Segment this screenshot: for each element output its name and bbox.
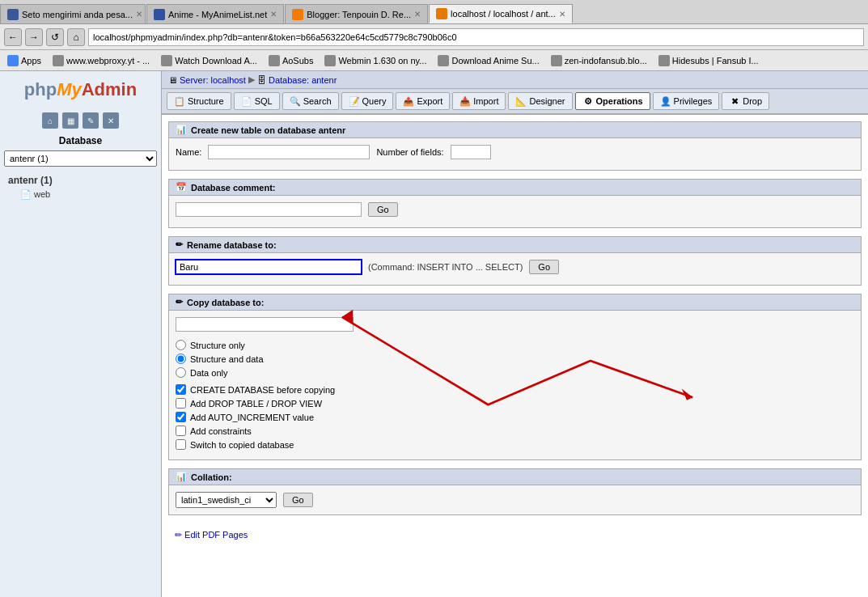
breadcrumb-sep1: ▶ bbox=[248, 74, 255, 85]
tab-2[interactable]: Anime - MyAnimeList.net ✕ bbox=[146, 4, 284, 23]
sidebar-icon-sql[interactable]: ✎ bbox=[83, 112, 99, 129]
address-bar[interactable] bbox=[88, 28, 864, 46]
tab-designer-label: Designer bbox=[529, 96, 565, 106]
tab-1[interactable]: Seto mengirimi anda pesa... ✕ bbox=[0, 4, 146, 23]
tab-sql[interactable]: 📄 SQL bbox=[234, 92, 280, 110]
page-content: 📊 Create new table on database antenr Na… bbox=[162, 115, 868, 553]
check-constraints-input[interactable] bbox=[176, 426, 186, 436]
bookmark-apps[interactable]: Apps bbox=[4, 54, 44, 67]
sidebar-icon-home[interactable]: ⌂ bbox=[42, 112, 58, 129]
tab-query[interactable]: 📝 Query bbox=[341, 92, 394, 110]
home-button[interactable]: ⌂ bbox=[67, 28, 85, 46]
bookmark-2-label: www.webproxy.yt - ... bbox=[66, 56, 150, 66]
check-drop-table[interactable]: Add DROP TABLE / DROP VIEW bbox=[176, 398, 854, 409]
sidebar-icon-db[interactable]: ▦ bbox=[62, 112, 78, 129]
copy-input[interactable] bbox=[176, 317, 354, 332]
rename-go-btn[interactable]: Go bbox=[529, 260, 559, 274]
bookmark-7[interactable]: zen-indofansub.blo... bbox=[548, 54, 650, 67]
rename-form-row: (Command: INSERT INTO ... SELECT) Go bbox=[176, 260, 854, 274]
bookmark-8-label: Hidesubs | Fansub I... bbox=[672, 56, 759, 66]
breadcrumb-db-link[interactable]: Database: antenr bbox=[269, 75, 337, 85]
check-auto-increment[interactable]: Add AUTO_INCREMENT value bbox=[176, 412, 854, 422]
bookmark-5[interactable]: Webmin 1.630 on ny... bbox=[321, 54, 430, 67]
bookmark-2-icon bbox=[53, 55, 64, 66]
radio-structure-data-label: Structure and data bbox=[190, 354, 264, 364]
tab-operations[interactable]: ⚙ Operations bbox=[575, 92, 650, 110]
tab-structure-icon: 📋 bbox=[174, 95, 185, 107]
tab-drop[interactable]: ✖ Drop bbox=[722, 92, 769, 110]
edit-pdf-link[interactable]: ✏ Edit PDF Pages bbox=[175, 530, 248, 540]
rename-input[interactable] bbox=[176, 260, 362, 274]
bookmark-3[interactable]: Watch Download A... bbox=[158, 54, 260, 67]
pma-tab-bar: 📋 Structure 📄 SQL 🔍 Search 📝 Query 📤 bbox=[162, 89, 868, 115]
tab-import[interactable]: 📥 Import bbox=[452, 92, 506, 110]
bookmark-7-label: zen-indofansub.blo... bbox=[565, 56, 647, 66]
db-comment-go-btn[interactable]: Go bbox=[368, 202, 398, 217]
tab-close-2[interactable]: ✕ bbox=[270, 10, 277, 19]
tab-close-4[interactable]: ✕ bbox=[559, 10, 565, 19]
radio-structure-data[interactable]: Structure and data bbox=[176, 354, 854, 364]
radio-structure-only[interactable]: Structure only bbox=[176, 340, 854, 350]
table-name-input[interactable] bbox=[208, 145, 370, 159]
breadcrumb-db-icon: 🗄 bbox=[257, 75, 266, 85]
tab-designer-icon: 📐 bbox=[515, 95, 527, 107]
create-table-form-row: Name: Number of fields: bbox=[176, 145, 854, 159]
radio-data-only-input[interactable] bbox=[176, 367, 186, 378]
bookmark-8[interactable]: Hidesubs | Fansub I... bbox=[655, 54, 762, 67]
reload-button[interactable]: ↺ bbox=[46, 28, 64, 46]
db-dropdown[interactable]: antenr (1) bbox=[4, 150, 157, 167]
sidebar-icon-exit[interactable]: ✕ bbox=[103, 112, 119, 129]
tab-structure[interactable]: 📋 Structure bbox=[167, 92, 231, 110]
sidebar: phpMyAdmin ⌂ ▦ ✎ ✕ Database antenr (1) a… bbox=[0, 71, 162, 597]
back-button[interactable]: ← bbox=[4, 28, 22, 46]
breadcrumb-server-link[interactable]: Server: localhost bbox=[180, 75, 246, 85]
tab-designer[interactable]: 📐 Designer bbox=[508, 92, 572, 110]
check-switch-db[interactable]: Switch to copied database bbox=[176, 439, 854, 450]
pma-logo-text: phpMyAdmin bbox=[24, 79, 137, 100]
tab-3[interactable]: Blogger: Tenpouin D. Re... ✕ bbox=[285, 4, 428, 23]
breadcrumb: 🖥 Server: localhost ▶ 🗄 Database: antenr bbox=[162, 71, 868, 89]
sidebar-tree-antenr[interactable]: antenr (1) bbox=[4, 173, 157, 188]
db-comment-input[interactable] bbox=[176, 202, 362, 217]
content-wrapper: 🖥 Server: localhost ▶ 🗄 Database: antenr… bbox=[162, 71, 868, 553]
db-comment-body: Go bbox=[169, 196, 861, 227]
copy-radio-group: Structure only Structure and data Data o… bbox=[176, 337, 854, 381]
check-create-db[interactable]: CREATE DATABASE before copying bbox=[176, 384, 854, 395]
check-auto-increment-input[interactable] bbox=[176, 412, 186, 422]
tab-label-3: Blogger: Tenpouin D. Re... bbox=[307, 10, 411, 19]
tab-close-1[interactable]: ✕ bbox=[136, 10, 142, 19]
pma-logo: phpMyAdmin bbox=[4, 75, 157, 104]
breadcrumb-server-icon: 🖥 bbox=[168, 75, 177, 85]
collation-select[interactable]: latin1_swedish_ci utf8_general_ci utf8mb… bbox=[176, 492, 277, 508]
tab-privileges[interactable]: 👤 Privileges bbox=[653, 92, 720, 110]
bookmark-7-icon bbox=[551, 55, 562, 66]
tab-close-3[interactable]: ✕ bbox=[414, 10, 421, 19]
collation-go-btn[interactable]: Go bbox=[283, 493, 313, 507]
bookmark-3-icon bbox=[161, 55, 172, 66]
copy-label: Copy database to: bbox=[187, 298, 264, 307]
rename-hint: (Command: INSERT INTO ... SELECT) bbox=[368, 262, 523, 272]
tab-search[interactable]: 🔍 Search bbox=[282, 92, 339, 110]
bookmark-4-label: AoSubs bbox=[282, 56, 314, 66]
sidebar-tree-web[interactable]: 📄 web bbox=[4, 188, 157, 201]
tab-export[interactable]: 📤 Export bbox=[396, 92, 450, 110]
forward-button[interactable]: → bbox=[25, 28, 43, 46]
check-create-db-input[interactable] bbox=[176, 384, 186, 395]
radio-structure-data-input[interactable] bbox=[176, 354, 186, 364]
bookmark-6[interactable]: Download Anime Su... bbox=[434, 54, 542, 67]
radio-structure-only-input[interactable] bbox=[176, 340, 186, 350]
check-drop-table-input[interactable] bbox=[176, 398, 186, 409]
radio-data-only[interactable]: Data only bbox=[176, 367, 854, 378]
fields-count-input[interactable] bbox=[451, 145, 491, 159]
tab-4[interactable]: localhost / localhost / ant... ✕ bbox=[429, 4, 573, 23]
radio-data-only-label: Data only bbox=[190, 368, 227, 378]
bookmark-4[interactable]: AoSubs bbox=[265, 54, 317, 67]
bookmark-2[interactable]: www.webproxy.yt - ... bbox=[49, 54, 153, 67]
tab-drop-label: Drop bbox=[743, 96, 762, 106]
collation-form-row: latin1_swedish_ci utf8_general_ci utf8mb… bbox=[176, 492, 854, 508]
check-constraints[interactable]: Add constraints bbox=[176, 426, 854, 436]
tab-privileges-icon: 👤 bbox=[660, 95, 671, 107]
check-switch-db-input[interactable] bbox=[176, 439, 186, 450]
tab-favicon-3 bbox=[292, 9, 303, 20]
fields-label: Number of fields: bbox=[376, 147, 443, 157]
